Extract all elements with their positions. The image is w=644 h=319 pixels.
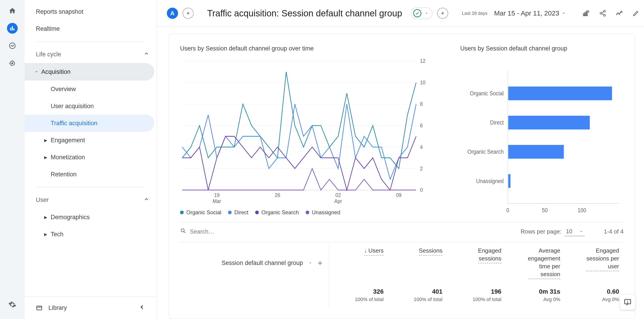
chevron-down-icon: [34, 68, 38, 75]
sidebar-item-tech[interactable]: ▸ Tech: [25, 226, 154, 243]
sidebar-group-life-cycle[interactable]: Life cycle: [25, 46, 156, 63]
svg-point-50: [181, 229, 184, 232]
total-users: 326: [373, 288, 384, 295]
svg-text:0: 0: [506, 207, 509, 213]
column-header-sessions[interactable]: Sessions: [388, 242, 447, 283]
column-header-users[interactable]: ↓Users: [329, 242, 388, 283]
total-engaged-per-user: 0.60: [607, 288, 619, 295]
column-header-engaged-sessions[interactable]: Engagedsessions: [447, 242, 506, 283]
chevron-down-icon: [562, 11, 566, 16]
share-icon[interactable]: [598, 9, 607, 18]
reports-icon[interactable]: [7, 23, 18, 34]
legend-direct[interactable]: Direct: [228, 209, 248, 216]
svg-rect-6: [37, 306, 42, 310]
avatar[interactable]: A: [167, 8, 178, 19]
svg-rect-1: [12, 26, 13, 31]
legend-organic-social[interactable]: Organic Social: [180, 209, 221, 216]
dimension-column-header[interactable]: Session default channel group +: [180, 242, 329, 283]
sidebar-item-overview[interactable]: Overview: [25, 81, 154, 98]
svg-text:02: 02: [336, 192, 341, 198]
total-avg-engagement: 0m 31s: [539, 288, 560, 295]
svg-text:8: 8: [420, 101, 423, 107]
bar-chart[interactable]: 050100Organic SocialDirectOrganic Search…: [460, 59, 624, 216]
legend-organic-search[interactable]: Organic Search: [255, 209, 299, 216]
date-preset-label: Last 28 days: [462, 11, 487, 16]
sidebar-item-label: Retention: [51, 171, 77, 178]
line-chart-title: Users by Session default channel group o…: [180, 45, 433, 52]
check-icon: [413, 9, 421, 17]
sidebar-item-label: Library: [48, 304, 67, 311]
feedback-button[interactable]: [620, 294, 635, 310]
sidebar-item-demographics[interactable]: ▸ Demographics: [25, 209, 154, 226]
line-chart[interactable]: 02468101219Mar2602Apr09: [180, 59, 433, 206]
chevron-down-icon: [579, 229, 583, 233]
sidebar-item-acquisition[interactable]: Acquisition: [25, 63, 154, 81]
page-title: Traffic acquisition: Session default cha…: [207, 8, 402, 19]
chevron-right-icon: ▸: [44, 214, 48, 221]
rows-per-page-label: Rows per page:: [521, 228, 562, 235]
svg-rect-7: [583, 14, 584, 16]
icon-rail: [0, 0, 25, 319]
svg-point-10: [604, 10, 606, 12]
column-header-engaged-per-user[interactable]: Engagedsessions peruser: [564, 242, 624, 283]
svg-text:50: 50: [542, 207, 548, 213]
add-dimension-icon[interactable]: +: [318, 259, 322, 267]
home-icon[interactable]: [7, 6, 18, 16]
date-range-text: Mar 15 - Apr 11, 2023: [494, 10, 559, 17]
chevron-right-icon: ▸: [44, 154, 48, 161]
svg-text:Apr: Apr: [334, 198, 342, 204]
table-search-input[interactable]: [190, 228, 517, 235]
sidebar-group-label: User: [36, 196, 49, 203]
customize-report-icon[interactable]: [582, 9, 591, 18]
svg-text:4: 4: [420, 144, 423, 150]
svg-point-11: [600, 12, 602, 14]
legend-unassigned[interactable]: Unassigned: [306, 209, 340, 216]
table-totals-row: 326 100% of total 401 100% of total 196 …: [180, 283, 624, 307]
bar-chart-title: Users by Session default channel group: [460, 45, 624, 52]
add-comparison-button[interactable]: [182, 8, 194, 19]
chevron-down-icon: [424, 10, 428, 17]
svg-text:6: 6: [420, 123, 423, 129]
sidebar-item-label: Demographics: [51, 214, 90, 221]
edit-icon[interactable]: [632, 9, 640, 18]
sidebar-group-label: Life cycle: [36, 51, 61, 58]
data-table: Rows per page: 10 1-4 of 4 Session defau…: [180, 222, 624, 307]
insights-icon[interactable]: [615, 9, 624, 18]
sort-desc-icon: ↓: [364, 247, 367, 254]
search-icon[interactable]: [180, 228, 186, 235]
add-filter-button[interactable]: [437, 8, 448, 19]
sidebar-item-realtime[interactable]: Realtime: [25, 20, 156, 37]
explore-icon[interactable]: [7, 40, 18, 51]
sidebar-item-library[interactable]: Library: [36, 304, 67, 311]
chevron-right-icon: ▸: [44, 137, 48, 144]
svg-rect-47: [508, 174, 510, 188]
advertising-icon[interactable]: [7, 58, 18, 69]
sidebar-item-engagement[interactable]: ▸ Engagement: [25, 132, 154, 149]
collapse-sidebar-icon[interactable]: [138, 303, 145, 312]
svg-point-5: [12, 63, 13, 64]
main: A Traffic acquisition: Session default c…: [157, 0, 644, 319]
sidebar-item-retention[interactable]: Retention: [25, 166, 154, 183]
status-pill[interactable]: [411, 8, 432, 19]
report-card: Users by Session default channel group o…: [168, 34, 635, 319]
date-range-picker[interactable]: Mar 15 - Apr 11, 2023: [494, 10, 566, 17]
chevron-right-icon: ▸: [44, 231, 48, 238]
sidebar-item-reports-snapshot[interactable]: Reports snapshot: [25, 3, 156, 20]
sidebar-item-user-acquisition[interactable]: User acquisition: [25, 98, 154, 115]
sidebar-group-user[interactable]: User: [25, 191, 156, 209]
svg-point-53: [628, 303, 628, 303]
svg-rect-8: [585, 12, 586, 16]
rows-per-page-select[interactable]: 10: [564, 227, 584, 236]
svg-text:Organic Search: Organic Search: [468, 149, 504, 155]
svg-text:100: 100: [578, 207, 586, 213]
sidebar-item-traffic-acquisition[interactable]: Traffic acquisition: [25, 115, 154, 132]
column-header-avg-engagement[interactable]: Averageengagementtime persession: [506, 242, 565, 283]
line-chart-legend: Organic Social Direct Organic Search Una…: [180, 209, 433, 216]
svg-text:Direct: Direct: [490, 119, 504, 126]
sidebar-item-monetization[interactable]: ▸ Monetization: [25, 149, 154, 166]
svg-text:0: 0: [420, 187, 423, 193]
sidebar-item-label: Engagement: [51, 137, 85, 144]
svg-rect-43: [508, 116, 590, 129]
gear-icon[interactable]: [7, 299, 18, 310]
sidebar-item-label: Tech: [51, 231, 64, 238]
